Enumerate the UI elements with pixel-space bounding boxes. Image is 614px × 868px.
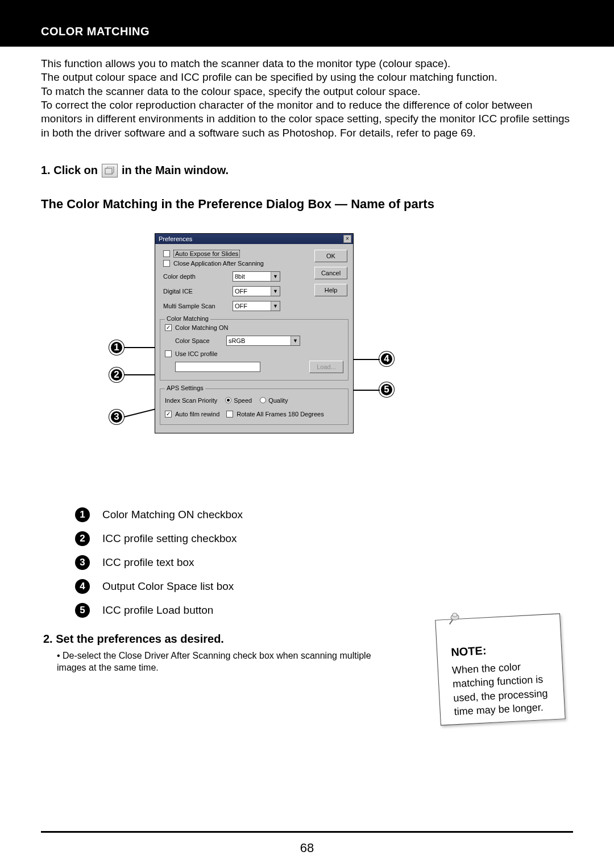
callout-marker-4: 4 <box>379 352 394 366</box>
intro-p2: The output colour space and ICC profile … <box>41 71 574 84</box>
chevron-down-icon: ▼ <box>291 336 300 345</box>
icc-profile-textbox[interactable] <box>175 362 260 372</box>
quality-label: Quality <box>268 397 288 404</box>
aps-settings-group: APS Settings Index Scan Priority Speed Q… <box>160 388 349 425</box>
step1-suffix: in the Main window. <box>122 164 229 177</box>
legend-item: 4 Output Color Space list box <box>75 579 574 594</box>
legend-text: Color Matching ON checkbox <box>102 509 243 521</box>
callout-legend: 1 Color Matching ON checkbox 2 ICC profi… <box>75 507 574 618</box>
callout-marker-1: 1 <box>109 340 124 355</box>
speed-radio[interactable] <box>225 397 231 403</box>
step-1: 1. Click on in the Main window. <box>41 164 574 177</box>
digital-ice-value: OFF <box>235 288 247 295</box>
legend-text: ICC profile Load button <box>102 604 213 617</box>
quality-radio[interactable] <box>260 397 266 403</box>
dialog-titlebar: Preferences × <box>155 234 353 244</box>
color-space-select[interactable]: sRGB ▼ <box>226 336 300 346</box>
step1-prefix: 1. Click on <box>41 164 98 177</box>
chevron-down-icon: ▼ <box>271 287 280 296</box>
callout-marker-3: 3 <box>109 410 124 424</box>
cancel-button[interactable]: Cancel <box>314 267 347 279</box>
color-depth-label: Color depth <box>163 273 227 280</box>
color-space-label: Color Space <box>175 337 221 344</box>
close-after-label: Close Application After Scanning <box>173 260 264 267</box>
intro-p3: To match the scanner data to the colour … <box>41 85 574 98</box>
legend-number: 1 <box>75 507 90 522</box>
color-matching-legend: Color Matching <box>165 315 210 322</box>
legend-item: 1 Color Matching ON checkbox <box>75 507 574 522</box>
chevron-down-icon: ▼ <box>271 272 280 281</box>
legend-text: Output Color Space list box <box>102 580 234 593</box>
color-space-value: sRGB <box>229 337 245 344</box>
note-card: NOTE: When the color matching function i… <box>435 613 565 725</box>
legend-text: ICC profile setting checkbox <box>102 532 237 545</box>
svg-rect-0 <box>105 168 112 174</box>
index-priority-label: Index Scan Priority <box>165 397 217 404</box>
rotate-checkbox[interactable] <box>226 411 233 418</box>
close-icon[interactable]: × <box>343 235 351 243</box>
legend-number: 4 <box>75 579 90 594</box>
parts-subheading: The Color Matching in the Preference Dia… <box>41 197 574 212</box>
page-number: 68 <box>0 841 614 855</box>
preferences-dialog: Preferences × OK Cancel Help Auto Expose… <box>155 233 354 433</box>
intro-p4: To correct the color reproduction charac… <box>41 98 574 140</box>
callout-marker-2: 2 <box>109 367 124 382</box>
header-band: COLOR MATCHING <box>0 0 614 47</box>
legend-item: 2 ICC profile setting checkbox <box>75 531 574 546</box>
color-matching-on-checkbox[interactable]: ✓ <box>165 324 172 331</box>
legend-item: 5 ICC profile Load button <box>75 603 574 618</box>
pushpin-icon <box>448 611 462 625</box>
legend-number: 5 <box>75 603 90 618</box>
load-button[interactable]: Load... <box>309 361 343 373</box>
color-depth-value: 8bit <box>235 273 245 280</box>
page-content: This function allows you to match the sc… <box>0 47 614 673</box>
intro-text: This function allows you to match the sc… <box>41 57 574 140</box>
svg-point-2 <box>453 613 457 617</box>
color-matching-group: Color Matching ✓ Color Matching ON Color… <box>160 319 349 381</box>
note-body: When the color matching function is used… <box>451 658 553 718</box>
use-icc-label: Use ICC profile <box>175 350 218 357</box>
preferences-icon <box>102 164 118 177</box>
intro-p1: This function allows you to match the sc… <box>41 57 574 71</box>
auto-expose-label: Auto Expose for Slides <box>173 250 240 258</box>
auto-expose-checkbox[interactable] <box>163 250 170 257</box>
dialog-figure: 1 2 3 4 5 Preferences × OK Cancel Help <box>121 233 393 483</box>
legend-item: 3 ICC profile text box <box>75 555 574 570</box>
digital-ice-select[interactable]: OFF ▼ <box>233 286 280 296</box>
color-matching-on-label: Color Matching ON <box>175 324 229 331</box>
multi-sample-value: OFF <box>235 303 247 309</box>
rotate-label: Rotate All Frames 180 Degrees <box>237 411 323 418</box>
ok-button[interactable]: OK <box>314 250 347 262</box>
digital-ice-label: Digital ICE <box>163 288 227 295</box>
multi-sample-select[interactable]: OFF ▼ <box>233 301 280 311</box>
auto-rewind-label: Auto film rewind <box>175 411 219 418</box>
note-title: NOTE: <box>451 639 550 660</box>
auto-rewind-checkbox[interactable]: ✓ <box>165 411 172 418</box>
step2-bullet: De-select the Close Driver After Scannin… <box>43 650 373 674</box>
footer-rule <box>41 831 573 833</box>
aps-legend: APS Settings <box>165 385 205 391</box>
legend-number: 3 <box>75 555 90 570</box>
close-after-checkbox[interactable] <box>163 260 170 267</box>
legend-text: ICC profile text box <box>102 556 194 569</box>
use-icc-checkbox[interactable] <box>165 350 172 357</box>
callout-marker-5: 5 <box>379 382 394 397</box>
multi-sample-label: Multi Sample Scan <box>163 303 227 309</box>
section-title: COLOR MATCHING <box>41 25 150 38</box>
chevron-down-icon: ▼ <box>271 301 280 311</box>
color-depth-select[interactable]: 8bit ▼ <box>233 271 280 282</box>
help-button[interactable]: Help <box>314 284 347 296</box>
dialog-title: Preferences <box>159 235 192 242</box>
speed-label: Speed <box>234 397 252 404</box>
legend-number: 2 <box>75 531 90 546</box>
